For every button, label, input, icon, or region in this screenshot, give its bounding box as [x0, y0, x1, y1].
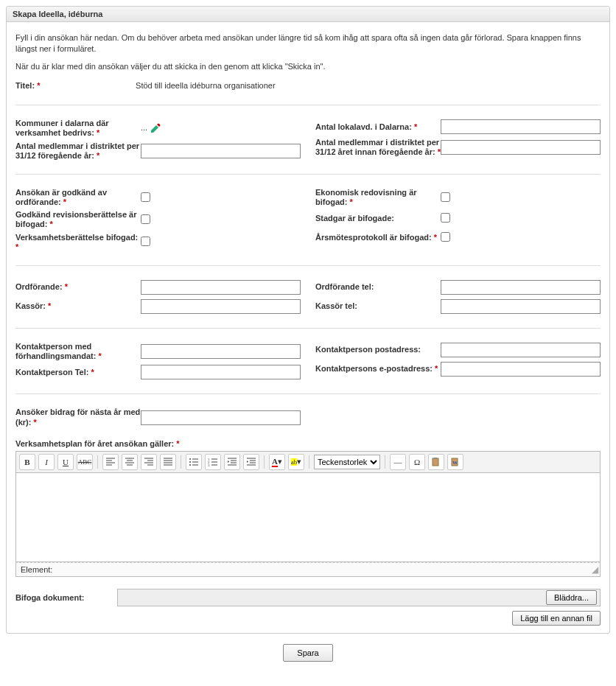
italic-button[interactable]: I: [38, 454, 55, 470]
label-kontakt-tel: Kontaktperson Tel:: [15, 368, 88, 377]
align-right-button[interactable]: [141, 454, 157, 470]
required-marker: *: [15, 242, 18, 251]
special-char-button[interactable]: Ω: [409, 454, 425, 470]
label-kassor: Kassör:: [15, 301, 46, 310]
rte-element-label: Element:: [21, 565, 52, 574]
checkbox-arsmote[interactable]: [441, 232, 450, 242]
required-marker: *: [97, 151, 99, 160]
input-ordforande-tel[interactable]: [441, 280, 601, 295]
required-marker: *: [434, 233, 437, 242]
label-ansokan-godkand: Ansökan är godkänd av ordförande:: [15, 188, 107, 206]
svg-rect-6: [433, 458, 438, 466]
input-antal-medl-innan[interactable]: [441, 140, 601, 155]
svg-text:W: W: [452, 460, 458, 466]
rte-editor[interactable]: [15, 473, 601, 562]
label-kontakt-email: Kontaktpersons e-postadress:: [315, 364, 433, 373]
required-marker: *: [48, 301, 51, 310]
label-bifoga: Bifoga dokument:: [15, 593, 111, 602]
required-marker: *: [98, 351, 101, 360]
indent-button[interactable]: [243, 454, 259, 470]
label-stadgar: Stadgar är bifogade:: [315, 214, 394, 223]
checkbox-godkand-revision[interactable]: [141, 214, 150, 224]
label-ordforande-tel: Ordförande tel:: [315, 282, 374, 291]
label-kontakt-mandat: Kontaktperson med förhandlingsmandat:: [15, 342, 96, 360]
svg-rect-7: [434, 458, 437, 459]
label-verksamhet: Verksamhetsberättelse bifogad:: [15, 233, 138, 242]
number-list-button[interactable]: 123: [205, 454, 221, 470]
label-antal-lokalavd: Antal lokalavd. i Dalarna:: [315, 122, 412, 131]
svg-point-0: [189, 458, 191, 460]
input-kassor[interactable]: [141, 299, 301, 314]
intro-text-2: När du är klar med din ansökan väljer du…: [15, 61, 601, 72]
outdent-button[interactable]: [224, 454, 240, 470]
title-label: Titel:: [15, 81, 35, 90]
browse-button[interactable]: Bläddra...: [546, 590, 597, 605]
required-marker: *: [176, 439, 179, 448]
svg-point-2: [189, 464, 191, 466]
font-size-select[interactable]: Teckenstorlek: [314, 455, 380, 469]
label-antal-medl-fg: Antal medlemmar i distriktet per 31/12 f…: [15, 141, 139, 160]
save-button[interactable]: Spara: [283, 644, 332, 662]
edit-icon[interactable]: [150, 122, 161, 134]
svg-point-1: [189, 461, 191, 463]
highlight-button[interactable]: ab ▾: [288, 454, 304, 470]
required-marker: *: [349, 197, 352, 206]
label-godkand-revision: Godkänd revisionsberättelse är bifogad:: [15, 210, 136, 228]
required-marker: *: [65, 282, 68, 291]
align-justify-button[interactable]: [160, 454, 176, 470]
label-ekonomisk-redov: Ekonomisk redovisning är bifogad:: [315, 188, 417, 206]
required-marker: *: [63, 197, 66, 206]
input-antal-medl-fg[interactable]: [141, 144, 301, 158]
input-kontakt-tel[interactable]: [141, 365, 301, 379]
strike-button[interactable]: ABC: [77, 454, 93, 470]
required-marker: *: [91, 368, 94, 377]
label-verksamhetsplan: Verksamhetsplan för året ansökan gäller:: [15, 439, 174, 448]
rte-toolbar: B I U ABC 123 A ▾ ab ▾ Teckenstorl: [15, 451, 601, 473]
picker-placeholder: ...: [141, 123, 147, 132]
file-input-track: Bläddra...: [117, 589, 601, 606]
required-marker: *: [414, 122, 417, 131]
label-antal-medl-innan: Antal medlemmar i distriktet per 31/12 å…: [315, 138, 439, 156]
input-kontakt-email[interactable]: [441, 362, 601, 377]
svg-text:3: 3: [208, 463, 210, 467]
bullet-list-button[interactable]: [186, 454, 202, 470]
resize-handle-icon[interactable]: ◢: [592, 564, 598, 575]
label-kommuner: Kommuner i dalarna där verksamhet bedriv…: [15, 119, 109, 137]
form-panel: Skapa Ideella, idéburna Fyll i din ansök…: [6, 6, 610, 634]
panel-header: Skapa Ideella, idéburna: [7, 7, 609, 22]
checkbox-stadgar[interactable]: [441, 213, 450, 223]
paste-button[interactable]: [428, 454, 444, 470]
checkbox-ekonomisk-redov[interactable]: [441, 192, 450, 202]
required-marker: *: [37, 81, 40, 90]
checkbox-verksamhet[interactable]: [141, 237, 150, 246]
input-kontakt-mandat[interactable]: [141, 344, 301, 359]
required-marker: *: [33, 418, 36, 427]
input-kassor-tel[interactable]: [441, 299, 601, 314]
paste-word-button[interactable]: W: [447, 454, 463, 470]
add-file-button[interactable]: Lägg till en annan fil: [512, 611, 601, 626]
required-marker: *: [435, 364, 438, 373]
input-ansoker-bidrag[interactable]: [141, 410, 301, 425]
input-antal-lokalavd[interactable]: [441, 119, 601, 134]
label-ordforande: Ordförande:: [15, 282, 63, 291]
rte-footer: Element: ◢: [15, 562, 601, 577]
intro-text-1: Fyll i din ansökan här nedan. Om du behö…: [15, 32, 601, 55]
underline-button[interactable]: U: [57, 454, 74, 470]
align-left-button[interactable]: [102, 454, 119, 470]
title-value: Stöd till ideella idéburna organisatione…: [136, 81, 276, 90]
required-marker: *: [49, 220, 52, 228]
align-center-button[interactable]: [122, 454, 138, 470]
label-kassor-tel: Kassör tel:: [315, 301, 357, 310]
input-kontakt-post[interactable]: [441, 343, 601, 357]
label-arsmote: Årsmötesprotokoll är bifogad:: [315, 233, 432, 242]
required-marker: *: [97, 128, 99, 137]
checkbox-ansokan-godkand[interactable]: [141, 192, 150, 202]
title-row: Titel: * Stöd till ideella idéburna orga…: [15, 78, 601, 99]
label-kontakt-post: Kontaktperson postadress:: [315, 345, 421, 354]
input-ordforande[interactable]: [141, 280, 301, 295]
text-color-button[interactable]: A ▾: [269, 454, 285, 470]
bold-button[interactable]: B: [19, 454, 35, 470]
hr-button[interactable]: —: [390, 454, 406, 470]
